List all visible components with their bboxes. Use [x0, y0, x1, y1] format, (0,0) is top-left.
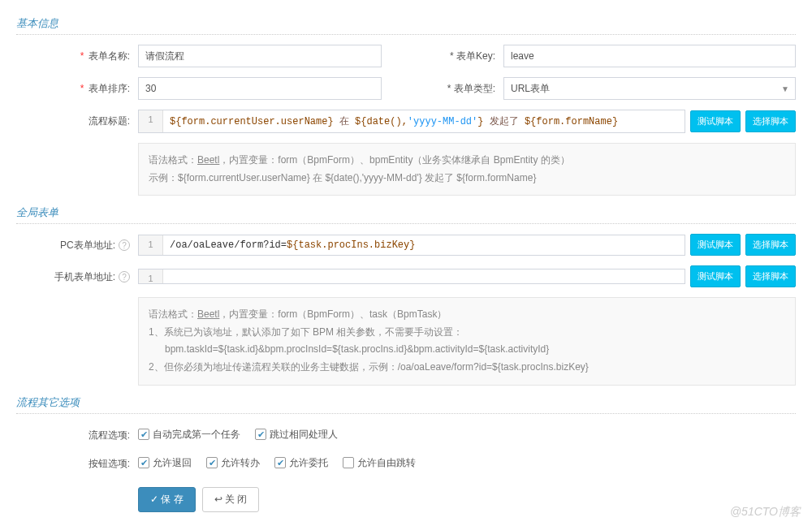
help-basic: 语法格式：Beetl，内置变量：form（BpmForm）、bpmEntity（…	[138, 143, 796, 196]
help-icon[interactable]: ?	[119, 271, 130, 282]
checkbox-label: 允许退回	[153, 456, 192, 470]
checkbox-icon: ✔	[206, 457, 218, 468]
label-form-sort: * 表单排序:	[16, 77, 138, 96]
proc-option-group: ✔自动完成第一个任务✔跳过相同处理人	[138, 424, 338, 442]
label-btn-option: 按钮选项:	[16, 452, 138, 471]
label-proc-option: 流程选项:	[16, 424, 138, 442]
code-proc-title[interactable]: 1 ${form.currentUser.userName} 在 ${date(…	[138, 110, 685, 133]
select-script-button[interactable]: 选择脚本	[745, 234, 796, 256]
checkbox-item[interactable]: ✔跳过相同处理人	[255, 428, 338, 442]
label-form-key: * 表单Key:	[382, 45, 503, 67]
back-icon: ↩	[214, 494, 222, 505]
label-mobile-form-url: 手机表单地址:?	[16, 265, 138, 284]
checkbox-icon: ✔	[138, 457, 149, 468]
close-button[interactable]: ↩ 关 闭	[202, 487, 260, 512]
checkbox-label: 自动完成第一个任务	[153, 428, 240, 442]
select-script-button[interactable]: 选择脚本	[745, 110, 796, 132]
section-other-title: 流程其它选项	[16, 395, 796, 414]
label-form-name: * 表单名称:	[16, 45, 138, 63]
input-form-sort[interactable]	[138, 77, 382, 100]
input-form-name[interactable]	[138, 45, 382, 67]
section-basic-title: 基本信息	[16, 16, 796, 35]
checkbox-item[interactable]: 允许自由跳转	[343, 456, 416, 470]
test-script-button[interactable]: 测试脚本	[690, 110, 741, 132]
check-icon: ✓	[150, 494, 158, 505]
code-mobile-url[interactable]: 1	[138, 269, 685, 284]
watermark: @51CTO博客	[730, 505, 801, 520]
code-gutter: 1	[139, 110, 163, 132]
help-global: 语法格式：Beetl，内置变量：form（BpmForm）、task（BpmTa…	[138, 297, 796, 385]
checkbox-label: 允许委托	[289, 456, 328, 470]
checkbox-icon: ✔	[138, 429, 149, 440]
checkbox-label: 允许转办	[221, 456, 260, 470]
test-script-button[interactable]: 测试脚本	[690, 265, 741, 287]
code-pc-url[interactable]: 1 /oa/oaLeave/form?id=${task.procIns.biz…	[138, 235, 685, 256]
checkbox-item[interactable]: ✔自动完成第一个任务	[138, 428, 240, 442]
label-proc-title: 流程标题:	[16, 110, 138, 128]
checkbox-icon: ✔	[274, 457, 286, 468]
label-pc-form-url: PC表单地址:?	[16, 234, 138, 252]
test-script-button[interactable]: 测试脚本	[690, 234, 741, 256]
checkbox-label: 跳过相同处理人	[270, 428, 338, 442]
checkbox-icon	[343, 457, 354, 468]
checkbox-item[interactable]: ✔允许退回	[138, 456, 192, 470]
help-icon[interactable]: ?	[119, 239, 130, 251]
save-button[interactable]: ✓ 保 存	[138, 487, 196, 512]
label-form-type: * 表单类型:	[382, 77, 503, 100]
checkbox-item[interactable]: ✔允许转办	[206, 456, 260, 470]
checkbox-icon: ✔	[255, 429, 266, 440]
input-form-key[interactable]	[503, 45, 796, 67]
checkbox-label: 允许自由跳转	[357, 456, 416, 470]
select-form-type[interactable]	[503, 77, 796, 100]
checkbox-item[interactable]: ✔允许委托	[274, 456, 328, 470]
select-script-button[interactable]: 选择脚本	[745, 265, 796, 287]
btn-option-group: ✔允许退回✔允许转办✔允许委托允许自由跳转	[138, 452, 416, 470]
section-global-title: 全局表单	[16, 205, 796, 224]
